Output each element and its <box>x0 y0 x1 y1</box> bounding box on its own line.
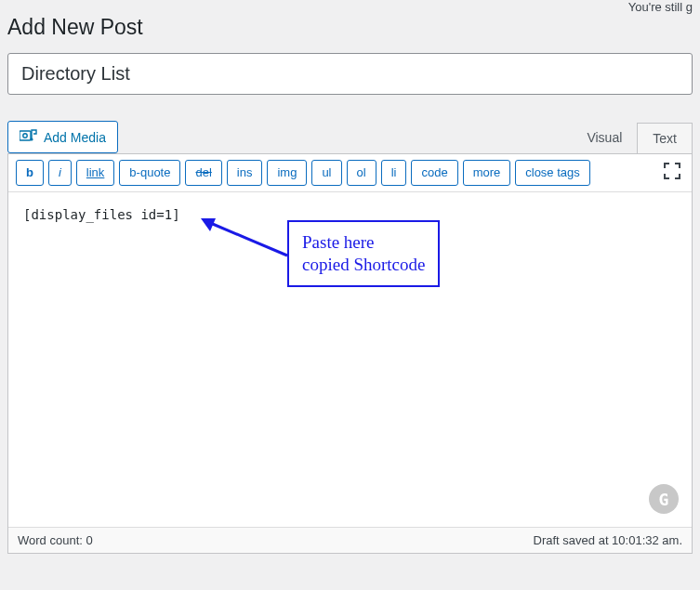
fullscreen-toggle-button[interactable] <box>660 161 684 185</box>
quicktag-del-button[interactable]: del <box>185 160 221 186</box>
annotation-callout: Paste here copied Shortcode <box>287 220 440 287</box>
quicktag-blockquote-button[interactable]: b-quote <box>119 160 180 186</box>
arrow-icon <box>199 216 292 263</box>
quicktag-ins-button[interactable]: ins <box>227 160 263 186</box>
svg-rect-0 <box>20 131 31 140</box>
tab-text[interactable]: Text <box>637 123 693 153</box>
annotation-line-1: Paste here <box>302 231 425 254</box>
word-count: Word count: 0 <box>18 533 93 547</box>
editor-mode-tabs: Visual Text <box>572 123 693 153</box>
svg-point-2 <box>30 138 33 140</box>
word-count-value: 0 <box>86 533 92 547</box>
post-title-input[interactable] <box>7 53 693 95</box>
add-media-label: Add Media <box>44 130 106 145</box>
quicktag-code-button[interactable]: code <box>411 160 457 186</box>
svg-point-1 <box>23 134 27 138</box>
page-title: Add New Post <box>7 15 693 40</box>
camera-music-icon <box>20 127 38 147</box>
quicktag-ul-button[interactable]: ul <box>311 160 341 186</box>
quicktag-ol-button[interactable]: ol <box>347 160 376 186</box>
editor-container: b i link b-quote del ins img ul ol li co… <box>7 153 693 554</box>
quicktag-closetags-button[interactable]: close tags <box>515 160 590 186</box>
quicktag-italic-button[interactable]: i <box>48 160 72 186</box>
quicktag-li-button[interactable]: li <box>381 160 407 186</box>
svg-line-3 <box>208 222 287 256</box>
grammarly-icon[interactable]: G <box>649 484 679 514</box>
annotation-line-2: copied Shortcode <box>302 254 425 276</box>
add-media-button[interactable]: Add Media <box>7 121 118 153</box>
post-content-text: [display_files id=1] <box>23 207 180 222</box>
fullscreen-icon <box>664 163 680 183</box>
quicktag-bold-button[interactable]: b <box>16 160 44 186</box>
editor-status-bar: Word count: 0 Draft saved at 10:01:32 am… <box>8 527 692 553</box>
quicktag-link-button[interactable]: link <box>76 160 115 186</box>
top-notice-fragment: You're still g <box>628 0 693 14</box>
post-content-textarea[interactable]: [display_files id=1] Paste here copied S… <box>8 192 692 527</box>
word-count-label: Word count: <box>18 533 86 547</box>
draft-saved-status: Draft saved at 10:01:32 am. <box>534 533 682 547</box>
quicktags-toolbar: b i link b-quote del ins img ul ol li co… <box>8 154 692 192</box>
tab-visual[interactable]: Visual <box>572 123 637 153</box>
quicktag-more-button[interactable]: more <box>463 160 511 186</box>
quicktag-img-button[interactable]: img <box>267 160 307 186</box>
